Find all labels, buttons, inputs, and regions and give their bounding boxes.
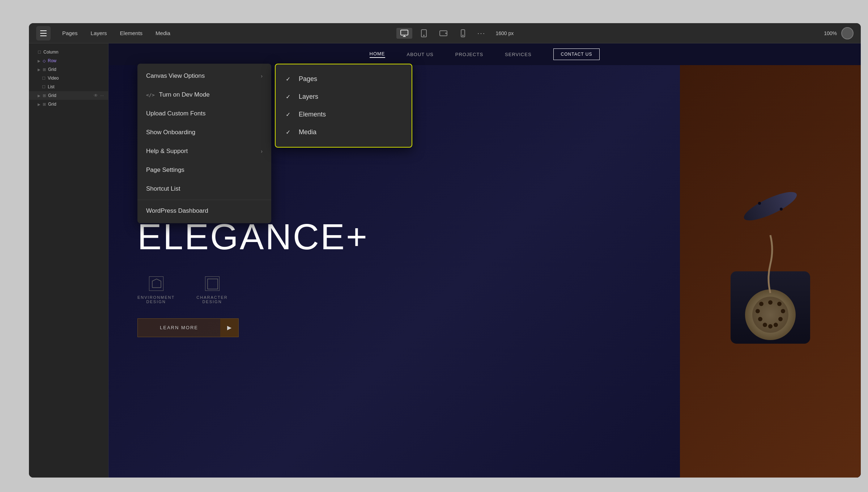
nav-contact-button[interactable]: CONTACT US [553,48,600,60]
desktop-device-button[interactable] [396,28,412,39]
svg-point-16 [780,208,783,211]
service-environment: ENVIRONMENTDESIGN [137,276,175,304]
hamburger-line [40,33,47,34]
nav-item-pages[interactable]: Pages [56,28,84,38]
layer-item-list[interactable]: ☐ List [29,82,108,91]
topbar-right: 100% [514,27,854,39]
main-area: ☐ Column ▶ ◇ Row ▶ ⊞ Grid ☐ Video ☐ List [29,43,861,478]
nav-item-media[interactable]: Media [150,28,176,38]
svg-point-6 [446,33,446,34]
svg-rect-10 [208,279,218,289]
canvas-submenu: ✓ Pages ✓ Layers ✓ Elements ✓ Media [275,64,412,148]
hero-title: ELEGANCE+ [137,219,651,255]
submenu-item-layers[interactable]: ✓ Layers [276,88,412,106]
svg-point-8 [463,35,463,36]
upload-fonts-label: Upload Custom Fonts [146,110,205,117]
grid-icon: ⊞ [43,102,46,107]
svg-point-17 [777,302,782,306]
layer-item-column[interactable]: ☐ Column [29,48,108,56]
mobile-device-button[interactable] [455,28,471,39]
topbar-center: ··· 1600 px [396,28,514,39]
menu-divider [137,200,271,200]
chevron-right-icon: › [261,73,263,79]
hamburger-line [40,35,47,36]
submenu-item-media[interactable]: ✓ Media [276,123,412,141]
svg-rect-0 [401,30,408,35]
tablet-device-button[interactable] [416,28,432,39]
video-icon: ☐ [42,76,46,81]
dev-mode-icon: </> [146,92,154,98]
tablet-landscape-device-button[interactable] [435,28,451,39]
submenu-elements-label: Elements [299,111,326,118]
menu-item-help-support[interactable]: Help & Support › [137,142,271,161]
list-icon: ☐ [42,85,46,89]
menu-item-page-settings[interactable]: Page Settings [137,161,271,179]
nav-item-layers[interactable]: Layers [85,28,113,38]
options-icon[interactable]: ··· [100,93,104,98]
learn-more-button[interactable]: LEARN MORE ▶ [137,318,239,337]
environment-label: ENVIRONMENTDESIGN [137,295,175,304]
menu-item-show-onboarding[interactable]: Show Onboarding [137,123,271,142]
page-settings-label: Page Settings [146,166,184,174]
service-character: CHARACTERDESIGN [196,276,227,304]
layer-item-grid-2[interactable]: ▶ ⊞ Grid 👁 ··· [29,91,108,100]
expand-arrow: ▶ [38,102,41,106]
menu-item-canvas-view[interactable]: Canvas View Options › [137,67,271,85]
layer-item-grid-3[interactable]: ▶ ⊞ Grid [29,100,108,109]
svg-point-19 [778,317,783,321]
menu-item-shortcut-list[interactable]: Shortcut List [137,179,271,198]
main-menu: Canvas View Options › </> Turn on Dev Mo… [137,64,271,223]
menu-item-wp-dashboard[interactable]: WordPress Dashboard [137,202,271,220]
svg-point-25 [759,302,763,306]
grid-icon: ⊞ [43,67,46,72]
column-icon: ☐ [38,50,41,55]
layer-item-row[interactable]: ▶ ◇ Row [29,56,108,65]
submenu-media-label: Media [299,128,316,136]
menu-item-dev-mode[interactable]: </> Turn on Dev Mode [137,85,271,104]
layers-panel: ☐ Column ▶ ◇ Row ▶ ⊞ Grid ☐ Video ☐ List [29,43,109,478]
app-window: Pages Layers Elements Media [29,23,861,478]
user-avatar[interactable] [841,27,854,39]
layer-item-video[interactable]: ☐ Video [29,74,108,82]
svg-point-24 [756,309,760,313]
show-onboarding-label: Show Onboarding [146,129,195,136]
check-icon-media: ✓ [286,129,293,136]
grid-icon: ⊞ [43,93,46,98]
preview-nav: HOME ABOUT US PROJECTS SERVICES CONTACT … [109,43,861,65]
submenu-pages-label: Pages [299,75,317,83]
check-icon-elements: ✓ [286,111,293,118]
svg-point-4 [424,35,424,36]
zoom-display[interactable]: 100% [824,30,837,36]
environment-icon [149,276,163,291]
nav-services[interactable]: SERVICES [505,52,532,57]
svg-point-18 [781,309,785,313]
chevron-right-icon: › [261,148,263,154]
visibility-icon[interactable]: 👁 [94,93,98,98]
hamburger-button[interactable] [36,26,51,41]
more-options-button[interactable]: ··· [475,29,489,37]
character-icon [205,276,220,291]
submenu-item-elements[interactable]: ✓ Elements [276,106,412,123]
row-icon: ◇ [43,59,46,63]
nav-home[interactable]: HOME [370,51,385,58]
expand-arrow: ▶ [38,59,41,63]
nav-projects[interactable]: PROJECTS [455,52,483,57]
hamburger-line [40,30,47,31]
nav-item-elements[interactable]: Elements [114,28,149,38]
submenu-layers-label: Layers [299,93,318,101]
help-support-label: Help & Support [146,148,188,155]
menu-item-upload-fonts[interactable]: Upload Custom Fonts [137,104,271,123]
px-display: 1600 px [495,30,514,36]
shortcut-list-label: Shortcut List [146,185,180,192]
topbar-nav: Pages Layers Elements Media [56,28,396,38]
expand-arrow: ▶ [38,68,41,72]
dev-mode-label: Turn on Dev Mode [159,91,209,98]
learn-more-label: LEARN MORE [138,325,220,330]
layer-item-grid-1[interactable]: ▶ ⊞ Grid [29,65,108,74]
nav-about[interactable]: ABOUT US [407,52,434,57]
canvas-view-label: Canvas View Options [146,72,205,80]
learn-more-arrow: ▶ [220,319,238,337]
preview-hero-right [680,65,861,478]
check-icon-layers: ✓ [286,93,293,100]
submenu-item-pages[interactable]: ✓ Pages [276,70,412,88]
